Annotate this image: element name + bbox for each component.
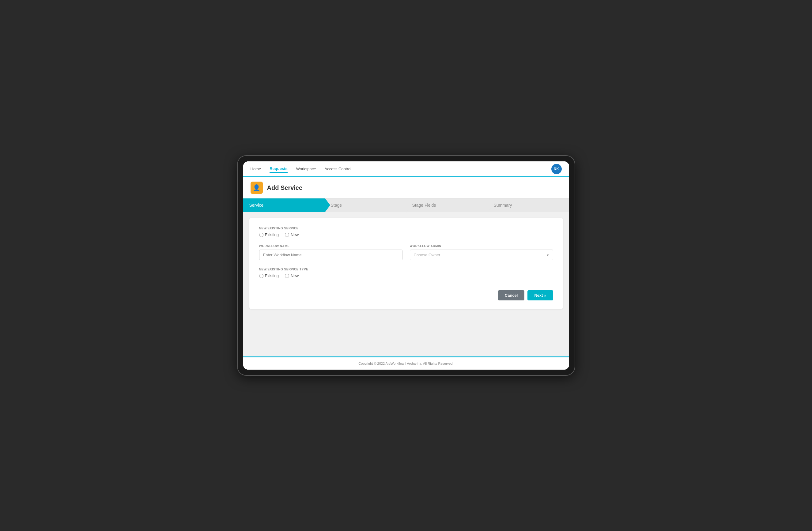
next-button[interactable]: Next » [527, 290, 553, 300]
step-summary[interactable]: Summary [488, 198, 569, 212]
footer: Copyright © 2022 ArcWorkflow | Archarina… [243, 356, 569, 370]
workflow-name-input[interactable] [259, 250, 403, 260]
nav-workspace[interactable]: Workspace [296, 165, 316, 173]
main-content: NEW/EXISTING SERVICE Existing New [243, 212, 569, 356]
nav-access-control[interactable]: Access Control [325, 165, 351, 173]
nav-links: Home Requests Workspace Access Control [250, 165, 351, 173]
nav-home[interactable]: Home [250, 165, 261, 173]
new-existing-service-label: NEW/EXISTING SERVICE [259, 226, 553, 230]
device-frame: Home Requests Workspace Access Control R… [238, 156, 575, 375]
radio-new-service[interactable]: New [285, 233, 299, 237]
form-row-workflow: WORKFLOW NAME WORKFLOW ADMIN Choose Owne… [259, 245, 553, 260]
new-existing-service-radio-group: Existing New [259, 233, 553, 237]
page-header: 👤 Add Service [243, 177, 569, 198]
footer-text: Copyright © 2022 ArcWorkflow | Archarina… [358, 362, 453, 365]
form-card: NEW/EXISTING SERVICE Existing New [249, 218, 563, 309]
top-nav: Home Requests Workspace Access Control R… [243, 161, 569, 177]
new-existing-service-type-radio-group: Existing New [259, 274, 553, 278]
radio-new-type[interactable]: New [285, 274, 299, 278]
workflow-admin-select-wrapper: Choose Owner [410, 250, 553, 260]
radio-new-input[interactable] [285, 233, 289, 237]
radio-existing-type-input[interactable] [259, 274, 263, 278]
page-title: Add Service [267, 185, 303, 191]
step-stage[interactable]: Stage [325, 198, 406, 212]
nav-requests[interactable]: Requests [270, 165, 288, 173]
workflow-admin-select[interactable]: Choose Owner [410, 250, 553, 260]
radio-existing-input[interactable] [259, 233, 263, 237]
new-existing-service-type-section: NEW/EXISTING SERVICE TYPE Existing New [259, 268, 553, 278]
radio-existing-type[interactable]: Existing [259, 274, 279, 278]
action-row: Cancel Next » [259, 290, 553, 300]
new-existing-service-section: NEW/EXISTING SERVICE Existing New [259, 226, 553, 237]
workflow-name-label: WORKFLOW NAME [259, 245, 403, 248]
workflow-name-group: WORKFLOW NAME [259, 245, 403, 260]
radio-new-type-input[interactable] [285, 274, 289, 278]
cancel-button[interactable]: Cancel [498, 290, 525, 300]
stepper: Service Stage Stage Fields Summary [243, 198, 569, 212]
screen: Home Requests Workspace Access Control R… [243, 161, 569, 370]
add-service-icon: 👤 [250, 181, 263, 194]
avatar[interactable]: RK [551, 164, 562, 174]
workflow-admin-group: WORKFLOW ADMIN Choose Owner [410, 245, 553, 260]
step-service[interactable]: Service [243, 198, 325, 212]
step-stage-fields[interactable]: Stage Fields [406, 198, 488, 212]
new-existing-service-type-label: NEW/EXISTING SERVICE TYPE [259, 268, 553, 271]
workflow-admin-label: WORKFLOW ADMIN [410, 245, 553, 248]
radio-existing-service[interactable]: Existing [259, 233, 279, 237]
